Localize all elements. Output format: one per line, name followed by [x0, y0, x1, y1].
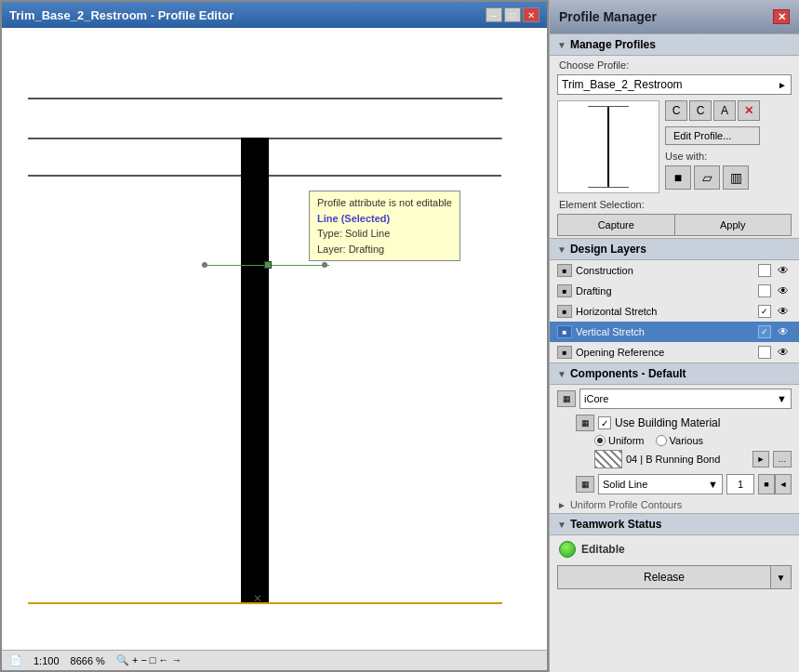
uniform-radio[interactable] [594, 435, 606, 446]
various-label: Various [670, 435, 703, 446]
building-material-icon: ▦ [576, 415, 594, 431]
edit-profile-button[interactable]: Edit Profile... [665, 126, 760, 145]
horiz-stretch-layer-check[interactable]: ✓ [758, 305, 771, 318]
construction-layer-check[interactable] [758, 264, 771, 277]
use-with-btn-2[interactable]: ▱ [694, 165, 720, 190]
components-icon: ▦ [557, 390, 576, 407]
layer-row-drafting: ■ Drafting 👁 [550, 281, 799, 301]
design-layers-arrow: ▼ [557, 244, 566, 255]
teamwork-status-label: Teamwork Status [570, 518, 661, 531]
teamwork-status-arrow: ▼ [557, 520, 566, 530]
linetype-row: ▦ Solid Line ▼ 1 ■ ◄ [550, 470, 799, 496]
release-dropdown-arrow[interactable]: ▼ [771, 565, 792, 589]
design-layers-label: Design Layers [570, 243, 646, 256]
pm-title: Profile Manager [559, 9, 657, 24]
layer-row-opening-ref: ■ Opening Reference 👁 [550, 342, 799, 362]
preview-tools: C C A ✕ Edit Profile... Use with: ■ ▱ ▥ [665, 100, 760, 193]
manage-profiles-label: Manage Profiles [570, 38, 656, 51]
opening-ref-layer-eye[interactable]: 👁 [775, 346, 792, 359]
right-handle-dot [322, 262, 327, 268]
vert-stretch-layer-check[interactable]: ✓ [758, 325, 771, 338]
drafting-layer-eye[interactable]: 👁 [775, 284, 792, 297]
tooltip-line1: Profile attribute is not editable [317, 195, 452, 211]
dropdown-arrow-icon: ► [778, 80, 787, 90]
bottom-yellow-line [28, 602, 502, 604]
various-radio[interactable] [656, 435, 667, 446]
choose-profile-label: Choose Profile: [559, 59, 629, 71]
uniform-option: Uniform [594, 435, 645, 446]
manage-profiles-section: ▼ Manage Profiles [550, 33, 799, 56]
drafting-layer-name: Drafting [576, 285, 754, 296]
core-label: iCore [584, 393, 608, 404]
construction-layer-eye[interactable]: 👁 [775, 264, 792, 277]
prev-tool-btn-2[interactable]: C [689, 100, 712, 121]
minimize-button[interactable]: – [486, 7, 502, 22]
status-icon: 📄 [9, 654, 22, 666]
uniform-profile-contours-row: ► Uniform Profile Contours [550, 496, 799, 513]
texture-preview [594, 450, 622, 468]
release-button[interactable]: Release [557, 565, 771, 589]
linetype-icon: ▦ [576, 476, 594, 493]
preview-canvas [557, 100, 659, 193]
choose-profile-label-row: Choose Profile: [550, 56, 799, 72]
prev-tool-btn-3[interactable]: A [713, 100, 736, 121]
linetype-end-btn-2[interactable]: ◄ [775, 474, 792, 494]
use-with-icons: ■ ▱ ▥ [665, 165, 760, 190]
uniform-label: Uniform [608, 435, 645, 446]
prev-tool-btn-close[interactable]: ✕ [738, 100, 760, 121]
use-with-btn-3[interactable]: ▥ [723, 165, 749, 190]
apply-button[interactable]: Apply [675, 214, 792, 236]
drafting-layer-check[interactable] [758, 284, 771, 297]
opening-ref-layer-check[interactable] [758, 346, 771, 359]
editable-label: Editable [581, 543, 625, 556]
editable-status-icon [559, 541, 576, 558]
prev-tool-btn-1[interactable]: C [665, 100, 687, 121]
horiz-stretch-layer-eye[interactable]: 👁 [775, 305, 792, 318]
vert-stretch-layer-eye[interactable]: 👁 [775, 325, 792, 338]
top-line-thin [28, 98, 502, 99]
building-material-row: ▦ ✓ Use Building Material [550, 413, 799, 433]
profile-dropdown[interactable]: Trim_Base_2_Restroom ► [557, 74, 792, 95]
bottom-cross: ✕ [253, 594, 262, 603]
profile-name: Trim_Base_2_Restroom [562, 78, 683, 91]
vert-stretch-layer-icon: ■ [557, 325, 572, 338]
core-dropdown[interactable]: iCore ▼ [579, 389, 792, 409]
construction-layer-name: Construction [576, 265, 754, 276]
linetype-num[interactable]: 1 [726, 474, 754, 494]
building-material-checkbox[interactable]: ✓ [598, 416, 611, 429]
components-label: Components - Default [570, 367, 686, 380]
editor-statusbar: 📄 1:100 8666 % 🔍 + − □ ← → [2, 650, 547, 670]
tooltip-line2: Line (Selected) [317, 211, 452, 227]
design-layers-section: ▼ Design Layers [550, 238, 799, 260]
release-row: Release ▼ [557, 565, 792, 589]
linetype-end-btn-1[interactable]: ■ [758, 474, 775, 494]
vert-stretch-layer-name: Vertical Stretch [576, 326, 754, 337]
horiz-stretch-layer-icon: ■ [557, 305, 572, 318]
texture-dots-button[interactable]: … [773, 451, 792, 468]
components-core-row: ▦ iCore ▼ [550, 385, 799, 413]
horiz-stretch-layer-name: Horizontal Stretch [576, 306, 754, 317]
linetype-dropdown[interactable]: Solid Line ▼ [598, 474, 723, 494]
element-selection-label: Element Selection: [550, 197, 799, 212]
preview-bottom-line [588, 187, 628, 188]
texture-arrow-button[interactable]: ► [752, 451, 769, 468]
pm-close-button[interactable]: ✕ [773, 9, 790, 24]
capture-apply-row: Capture Apply [557, 214, 792, 236]
center-handle [264, 261, 272, 269]
close-button[interactable]: ✕ [523, 7, 539, 22]
layer-row-vert-stretch[interactable]: ■ Vertical Stretch ✓ 👁 [550, 322, 799, 342]
drafting-layer-icon: ■ [557, 284, 572, 297]
window-buttons: – □ ✕ [486, 7, 539, 22]
zoom-label: 8666 % [71, 655, 105, 666]
linetype-arrow-icon: ▼ [708, 479, 718, 490]
right-top-line [269, 138, 501, 139]
various-option: Various [656, 435, 703, 446]
opening-ref-layer-icon: ■ [557, 346, 572, 359]
capture-button[interactable]: Capture [557, 214, 675, 236]
maximize-button[interactable]: □ [504, 7, 521, 22]
use-with-btn-1[interactable]: ■ [665, 165, 691, 190]
preview-area: C C A ✕ Edit Profile... Use with: ■ ▱ ▥ [557, 100, 792, 193]
mid-right-line [269, 175, 501, 177]
manage-profiles-arrow: ▼ [557, 40, 566, 50]
preview-center-line [607, 106, 609, 188]
